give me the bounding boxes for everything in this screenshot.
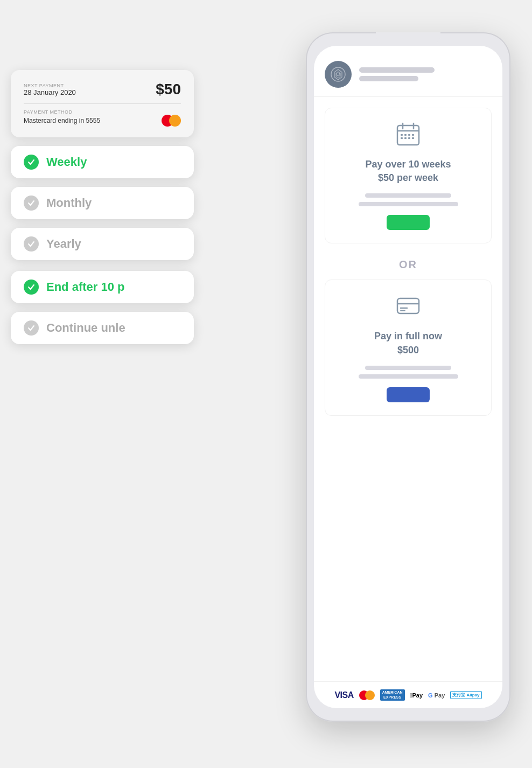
installment-desc-1 — [365, 193, 451, 198]
fullpay-button[interactable] — [387, 387, 430, 402]
alipay-logo: 支付宝 Alipay — [450, 691, 481, 699]
weekly-option-card[interactable]: Weekly — [11, 146, 194, 178]
installment-button[interactable] — [387, 215, 430, 230]
fullpay-title: Pay in full now $500 — [374, 330, 442, 357]
phone-screen: Pay over 10 weeks $50 per week OR — [314, 46, 502, 708]
installment-block: Pay over 10 weeks $50 per week — [325, 108, 492, 243]
mastercard-icon — [162, 115, 181, 127]
yearly-check-icon — [24, 236, 39, 252]
header-text-block — [359, 67, 435, 81]
or-divider: OR — [325, 259, 492, 271]
payment-info-card: NEXT PAYMENT 28 January 2020 $50 PAYMENT… — [11, 70, 194, 137]
visa-logo: VISA — [334, 690, 353, 700]
svg-rect-10 — [401, 137, 403, 139]
svg-rect-9 — [412, 134, 414, 136]
svg-rect-7 — [404, 134, 407, 136]
yearly-option-card[interactable]: Yearly — [11, 228, 194, 260]
app-logo — [325, 61, 352, 88]
applepay-logo: Pay — [410, 692, 423, 699]
end-after-option-card[interactable]: End after 10 p — [11, 271, 194, 303]
phone-frame: Pay over 10 weeks $50 per week OR — [306, 32, 510, 722]
monthly-option-card[interactable]: Monthly — [11, 187, 194, 219]
yearly-label: Yearly — [46, 237, 81, 251]
payment-logos-footer: VISA AMERICANEXPRESS Pay G Pay 支付宝 Alip… — [314, 681, 502, 708]
continue-option-card[interactable]: Continue unle — [11, 312, 194, 344]
monthly-check-icon — [24, 196, 39, 211]
svg-point-1 — [337, 73, 340, 76]
installment-desc-2 — [359, 202, 458, 206]
installment-title: Pay over 10 weeks $50 per week — [365, 158, 451, 185]
continue-label: Continue unle — [46, 321, 125, 335]
payment-date: 28 January 2020 — [24, 88, 76, 96]
header-line-2 — [359, 76, 418, 81]
credit-card-icon — [395, 293, 421, 321]
mastercard-logo — [359, 690, 375, 700]
fullpay-desc-1 — [365, 366, 451, 370]
header-line-1 — [359, 67, 435, 73]
payment-method-text: Mastercard ending in 5555 — [24, 117, 100, 124]
app-header — [314, 46, 502, 97]
payment-section: Pay over 10 weeks $50 per week OR — [314, 97, 502, 681]
calendar-icon — [395, 121, 421, 149]
svg-rect-6 — [401, 134, 403, 136]
svg-rect-13 — [412, 137, 414, 139]
divider — [24, 103, 181, 104]
svg-rect-12 — [408, 137, 410, 139]
end-after-label: End after 10 p — [46, 280, 124, 294]
next-payment-label: NEXT PAYMENT — [24, 83, 76, 88]
payment-amount: $50 — [156, 81, 181, 98]
weekly-check-icon — [24, 155, 39, 170]
payment-method-label: PAYMENT METHOD — [24, 109, 181, 115]
end-after-check-icon — [24, 280, 39, 295]
monthly-label: Monthly — [46, 196, 92, 210]
continue-check-icon — [24, 320, 39, 336]
weekly-label: Weekly — [46, 155, 87, 169]
fullpay-desc-2 — [359, 374, 458, 379]
fullpay-block: Pay in full now $500 — [325, 280, 492, 415]
svg-rect-11 — [404, 137, 407, 139]
phone-notch — [376, 32, 440, 44]
svg-rect-8 — [408, 134, 410, 136]
cards-stack: NEXT PAYMENT 28 January 2020 $50 PAYMENT… — [11, 70, 194, 353]
amex-logo: AMERICANEXPRESS — [380, 689, 405, 701]
gpay-logo: G Pay — [428, 692, 445, 699]
